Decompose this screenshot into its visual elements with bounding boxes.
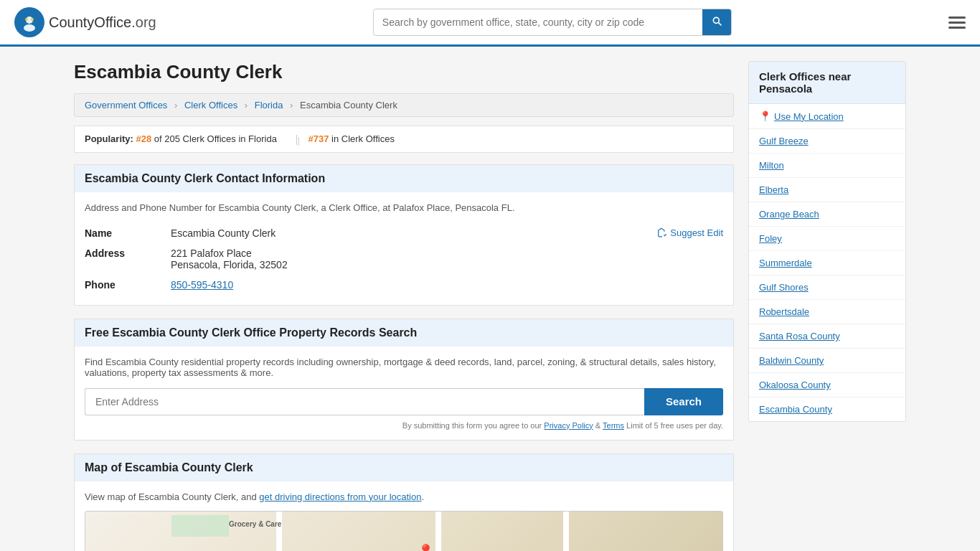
global-search-button[interactable] [702, 9, 731, 35]
popularity-label: Popularity: [85, 133, 133, 144]
logo-area: CountyOffice.org [14, 7, 156, 37]
address-search-row: Search [85, 388, 723, 415]
map-placeholder: Grocery & Care Juan's FlyingBurrito - Pe… [85, 512, 722, 551]
terms-link[interactable]: Terms [603, 421, 624, 430]
svg-point-4 [31, 18, 34, 21]
map-body: View map of Escambia County Clerk, and g… [75, 481, 733, 551]
sidebar-item-gulf-breeze[interactable]: Gulf Breeze [749, 129, 905, 154]
map-road-v3 [563, 512, 569, 551]
map-section: Map of Escambia County Clerk View map of… [74, 453, 734, 551]
logo-text: CountyOffice.org [49, 14, 156, 31]
map-road-v1 [276, 512, 282, 551]
contact-section: Escambia County Clerk Contact Informatio… [74, 164, 734, 306]
name-value: Escambia County Clerk [171, 227, 275, 239]
property-search-button[interactable]: Search [644, 388, 723, 415]
contact-description: Address and Phone Number for Escambia Co… [85, 202, 723, 213]
map-pin-main: 📍 [417, 543, 435, 551]
sidebar-item-robertsdale[interactable]: Robertsdale [749, 300, 905, 324]
address-value: 221 Palafox Place Pensacola, Florida, 32… [171, 248, 288, 270]
hamburger-menu[interactable] [948, 17, 966, 29]
map-section-header: Map of Escambia County Clerk [75, 454, 733, 481]
address-search-input[interactable] [85, 388, 644, 415]
page-title: Escambia County Clerk [74, 61, 734, 83]
logo-icon [14, 7, 44, 37]
sidebar-item-baldwin-county[interactable]: Baldwin County [749, 349, 905, 373]
driving-directions-link[interactable]: get driving directions from your locatio… [259, 491, 421, 502]
terms-text: By submitting this form you agree to our… [85, 421, 723, 430]
breadcrumb-link-gov[interactable]: Government Offices [85, 100, 167, 110]
map-description: View map of Escambia County Clerk, and g… [85, 491, 723, 502]
sidebar-item-santa-rosa[interactable]: Santa Rosa County [749, 324, 905, 349]
sidebar-item-okaloosa[interactable]: Okaloosa County [749, 373, 905, 397]
global-search-input[interactable] [374, 11, 702, 34]
main-container: Escambia County Clerk Government Offices… [60, 61, 920, 551]
phone-label: Phone [85, 279, 171, 291]
breadcrumb-current: Escambia County Clerk [300, 100, 397, 110]
property-section-header: Free Escambia County Clerk Office Proper… [75, 319, 733, 347]
header: CountyOffice.org [0, 0, 980, 47]
svg-point-2 [24, 24, 35, 32]
property-section: Free Escambia County Clerk Office Proper… [74, 319, 734, 441]
map-green-area [171, 515, 229, 537]
sidebar-item-gulf-shores[interactable]: Gulf Shores [749, 276, 905, 300]
location-pin-icon: 📍 [759, 110, 771, 122]
contact-table: Name Escambia County Clerk Suggest Edit … [85, 223, 723, 295]
privacy-policy-link[interactable]: Privacy Policy [544, 421, 593, 430]
address-label: Address [85, 248, 171, 259]
use-my-location-link[interactable]: Use My Location [774, 111, 844, 122]
phone-value: 850-595-4310 [171, 279, 233, 291]
sidebar-item-elberta[interactable]: Elberta [749, 178, 905, 202]
sidebar: Clerk Offices near Pensacola 📍 Use My Lo… [748, 61, 906, 551]
content-area: Escambia County Clerk Government Offices… [74, 61, 734, 551]
contact-name-row: Name Escambia County Clerk Suggest Edit [85, 223, 723, 243]
contact-address-row: Address 221 Palafox Place Pensacola, Flo… [85, 243, 723, 275]
global-search-bar [373, 9, 732, 36]
contact-section-header: Escambia County Clerk Contact Informatio… [75, 165, 733, 192]
sidebar-item-summerdale[interactable]: Summerdale [749, 251, 905, 276]
svg-point-3 [25, 18, 28, 21]
map-text-grocery: Grocery & Care [229, 520, 281, 528]
suggest-edit-button[interactable]: Suggest Edit [657, 227, 723, 238]
breadcrumb: Government Offices › Clerk Offices › Flo… [74, 93, 734, 117]
popularity-rank1: #28 of 205 Clerk Offices in Florida [136, 133, 280, 144]
sidebar-item-escambia[interactable]: Escambia County [749, 397, 905, 421]
breadcrumb-link-florida[interactable]: Florida [255, 100, 283, 110]
phone-link[interactable]: 850-595-4310 [171, 279, 233, 291]
sidebar-box: Clerk Offices near Pensacola 📍 Use My Lo… [748, 61, 906, 422]
sidebar-use-my-location[interactable]: 📍 Use My Location [749, 104, 905, 129]
breadcrumb-link-clerk[interactable]: Clerk Offices [184, 100, 237, 110]
property-body: Find Escambia County residential propert… [75, 347, 733, 440]
contact-body: Address and Phone Number for Escambia Co… [75, 192, 733, 305]
popularity-bar: Popularity: #28 of 205 Clerk Offices in … [74, 126, 734, 153]
sidebar-header: Clerk Offices near Pensacola [749, 62, 905, 104]
sidebar-item-orange-beach[interactable]: Orange Beach [749, 202, 905, 227]
sidebar-item-foley[interactable]: Foley [749, 227, 905, 251]
popularity-rank2: #737 in Clerk Offices [308, 133, 395, 144]
map-road-v2 [435, 512, 441, 551]
name-label: Name [85, 227, 171, 239]
sidebar-item-milton[interactable]: Milton [749, 154, 905, 178]
property-description: Find Escambia County residential propert… [85, 357, 723, 378]
map-container[interactable]: Grocery & Care Juan's FlyingBurrito - Pe… [85, 511, 723, 551]
contact-phone-row: Phone 850-595-4310 [85, 275, 723, 295]
